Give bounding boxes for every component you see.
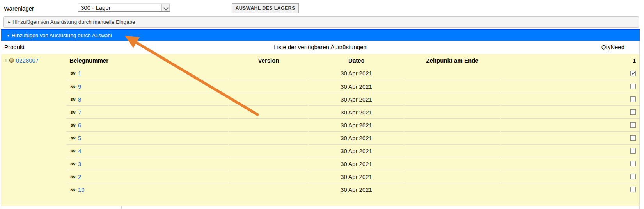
belegnummer-cell: SN 6 (66, 118, 228, 131)
version-cell (229, 105, 308, 118)
zeitpunkt-cell (404, 118, 500, 131)
row-checkbox[interactable] (630, 96, 636, 102)
row-checkbox[interactable] (630, 148, 636, 154)
row-checkbox[interactable] (630, 187, 636, 192)
datec-cell: 30 Apr 2021 (309, 170, 404, 183)
select-dropdown-box[interactable] (161, 4, 170, 11)
version-cell (229, 144, 308, 157)
zeitpunkt-cell (404, 131, 500, 144)
product-code-link[interactable]: 0228007 (16, 57, 39, 64)
datec-value: 30 Apr 2021 (341, 70, 372, 77)
list-title: Liste der verfügbaren Ausrüstungen (1, 44, 639, 50)
serial-number-icon: SN (69, 162, 76, 166)
datec-value: 30 Apr 2021 (341, 186, 372, 193)
datec-value: 30 Apr 2021 (341, 148, 372, 154)
belegnummer-cell: SN 9 (66, 80, 228, 93)
belegnummer-link[interactable]: 9 (78, 83, 81, 90)
warehouse-label: Warenlager (4, 5, 34, 12)
version-cell (229, 93, 308, 105)
qtyneed-header: QtyNeed (601, 44, 624, 50)
warehouse-select-value: 300 - Lager (81, 4, 111, 11)
belegnummer-link[interactable]: 2 (78, 173, 81, 180)
version-cell (229, 80, 308, 93)
datec-cell: 30 Apr 2021 (309, 93, 404, 105)
row-checkbox[interactable] (630, 161, 636, 166)
qty-cell (501, 80, 639, 93)
datec-value: 30 Apr 2021 (341, 122, 372, 129)
row-checkbox[interactable] (630, 109, 636, 115)
equipment-table-header: Produkt Liste der verfügbaren Ausrüstung… (1, 41, 639, 54)
serial-number-icon: SN (69, 175, 76, 179)
equipment-grid: + 0228007 Belegnummer Version Datec Zeit… (1, 54, 639, 206)
expanded-triangle-icon: ▾ (7, 33, 9, 38)
belegnummer-link[interactable]: 6 (78, 122, 81, 129)
datec-value: 30 Apr 2021 (341, 109, 372, 116)
qty-cell (501, 118, 639, 131)
datec-cell: 30 Apr 2021 (309, 80, 404, 93)
qtyneed-value: 1 (501, 54, 639, 67)
belegnummer-cell: SN 4 (66, 144, 228, 157)
serial-number-icon: SN (69, 149, 76, 153)
equipment-table: Produkt Liste der verfügbaren Ausrüstung… (1, 41, 640, 209)
qty-cell (501, 67, 639, 80)
version-cell (229, 67, 308, 80)
product-cell: + 0228007 (1, 54, 66, 196)
accordion-by-selection[interactable]: ▾ Hinzufügen von Ausrüstung durch Auswah… (1, 29, 640, 41)
belegnummer-cell: SN 3 (66, 157, 228, 170)
accordion-manual-entry[interactable]: ▸ Hinzufügen von Ausrüstung durch manuel… (3, 16, 639, 28)
belegnummer-link[interactable]: 10 (78, 186, 85, 193)
belegnummer-cell: SN 5 (66, 131, 228, 144)
zeitpunkt-cell (404, 80, 500, 93)
version-cell (229, 170, 308, 183)
row-checkbox[interactable] (630, 135, 636, 141)
row-checkbox[interactable] (630, 174, 636, 179)
zeitpunkt-cell (404, 144, 500, 157)
datec-cell: 30 Apr 2021 (309, 183, 404, 196)
belegnummer-link[interactable]: 1 (78, 70, 81, 77)
warehouse-select[interactable]: 300 - Lager (78, 3, 170, 12)
row-checkbox[interactable] (630, 122, 636, 128)
col-header-version: Version (229, 54, 308, 67)
datec-value: 30 Apr 2021 (341, 135, 372, 141)
zeitpunkt-cell (404, 170, 500, 183)
expand-plus-icon[interactable]: + (4, 57, 8, 64)
belegnummer-cell: SN 10 (66, 183, 228, 196)
version-cell (229, 183, 308, 196)
qty-cell (501, 157, 639, 170)
datec-cell: 30 Apr 2021 (309, 131, 404, 144)
version-cell (229, 157, 308, 170)
qty-cell (501, 144, 639, 157)
product-icon (9, 58, 14, 63)
datec-cell: 30 Apr 2021 (309, 157, 404, 170)
datec-value: 30 Apr 2021 (341, 83, 372, 90)
belegnummer-link[interactable]: 3 (78, 161, 81, 167)
datec-cell: 30 Apr 2021 (309, 144, 404, 157)
belegnummer-cell: SN 7 (66, 105, 228, 118)
serial-number-icon: SN (69, 84, 76, 89)
qty-cell (501, 131, 639, 144)
serial-number-icon: SN (69, 123, 76, 127)
table-footer-strip (1, 206, 639, 209)
datec-cell: 30 Apr 2021 (309, 118, 404, 131)
belegnummer-link[interactable]: 4 (78, 148, 81, 154)
row-checkbox[interactable] (630, 84, 636, 89)
belegnummer-link[interactable]: 8 (78, 96, 81, 103)
zeitpunkt-cell (404, 93, 500, 105)
qty-cell (501, 93, 639, 105)
col-header-belegnummer: Belegnummer (66, 54, 228, 67)
col-header-datec: Datec (309, 54, 404, 67)
version-cell (229, 131, 308, 144)
warehouse-equipment-page: Warenlager 300 - Lager AUSWAHL DES LAGER… (0, 0, 644, 209)
collapsed-triangle-icon: ▸ (8, 20, 10, 24)
serial-number-icon: SN (69, 136, 76, 140)
select-warehouse-button[interactable]: AUSWAHL DES LAGERS (232, 3, 299, 13)
serial-number-icon: SN (69, 188, 76, 192)
belegnummer-link[interactable]: 5 (78, 135, 81, 141)
belegnummer-cell: SN 8 (66, 93, 228, 105)
qty-cell (501, 105, 639, 118)
accordion-by-selection-label: Hinzufügen von Ausrüstung durch Auswahl (12, 32, 112, 38)
row-checkbox[interactable] (630, 71, 636, 76)
accordion-manual-entry-label: Hinzufügen von Ausrüstung durch manuelle… (12, 19, 135, 25)
datec-cell: 30 Apr 2021 (309, 67, 404, 80)
belegnummer-link[interactable]: 7 (78, 109, 81, 116)
